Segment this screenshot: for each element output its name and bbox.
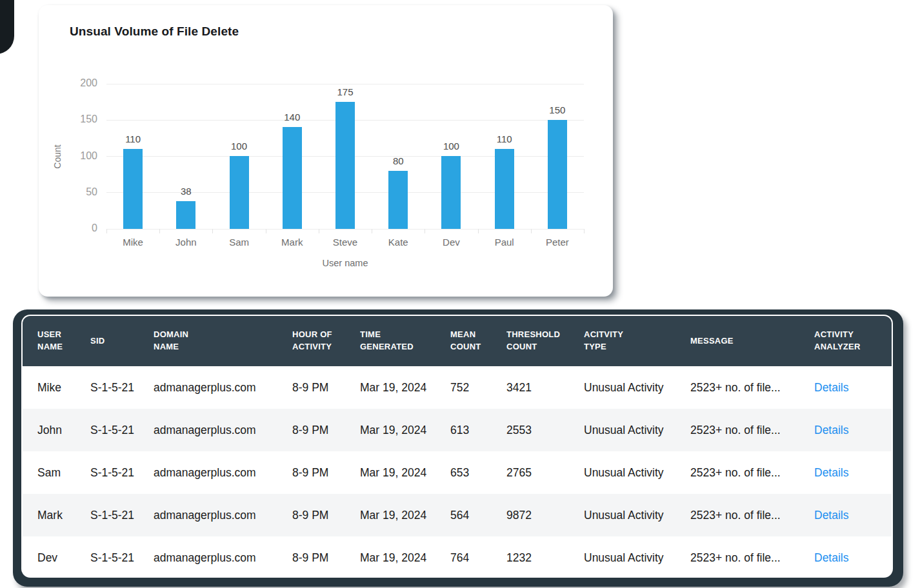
cell-time: Mar 19, 2024 [360,424,450,437]
y-tick-label: 0 [61,222,97,234]
y-tick-label: 150 [61,113,97,125]
cell-mean: 613 [450,424,506,437]
details-link[interactable]: Details [814,466,849,479]
column-header-threshold: THRESHOLD COUNT [506,329,584,353]
details-link[interactable]: Details [814,509,849,522]
x-axis-tick [159,229,160,233]
bar-john[interactable] [176,201,195,229]
cell-domain: admanagerplus.com [154,509,292,522]
cell-analyzer: Details [814,381,892,395]
y-tick-label: 100 [61,150,97,162]
cell-threshold: 3421 [506,381,584,395]
chart-title: Unsual Volume of File Delete [70,24,239,39]
cell-analyzer: Details [814,551,892,565]
cell-time: Mar 19, 2024 [360,466,450,480]
x-tick-label: Dev [425,237,477,248]
bar-kate[interactable] [388,171,408,229]
x-axis-tick [266,229,266,233]
x-axis-tick [584,229,585,233]
x-axis-tick [425,229,425,233]
cell-sid: S-1-5-21 [90,466,154,480]
cell-type: Unusual Activity [584,424,690,437]
details-link[interactable]: Details [814,551,849,564]
gridline [106,84,584,84]
bar-peter[interactable] [548,120,567,229]
cell-user: Sam [37,466,90,480]
column-header-user: USER NAME [37,329,90,353]
bar-dev[interactable] [441,156,461,229]
bar-value-label: 110 [478,133,531,144]
x-tick-label: Mike [106,237,159,248]
column-header-domain: DOMAIN NAME [154,329,292,353]
cell-time: Mar 19, 2024 [360,509,450,522]
x-tick-label: Steve [319,237,372,248]
cell-threshold: 2553 [506,424,584,437]
cell-domain: admanagerplus.com [154,424,292,437]
cell-analyzer: Details [814,466,892,480]
column-header-message: MESSAGE [690,335,814,348]
column-header-hour: HOUR OF ACTIVITY [292,329,360,353]
x-tick-label: Kate [372,237,425,248]
cell-domain: admanagerplus.com [154,551,292,565]
plot-area: 050100150200 Count User name 110Mike38Jo… [106,84,584,229]
cell-mean: 564 [450,509,506,522]
bar-value-label: 175 [319,86,372,97]
cell-sid: S-1-5-21 [90,381,154,395]
cell-message: 2523+ no. of file... [690,509,814,522]
x-axis-tick [319,229,319,233]
cell-analyzer: Details [814,424,892,437]
cell-domain: admanagerplus.com [154,381,292,395]
cell-message: 2523+ no. of file... [690,381,814,395]
bar-value-label: 80 [372,155,425,166]
x-axis-tick [478,229,479,233]
cell-hour: 8-9 PM [292,509,360,522]
bar-mark[interactable] [283,127,302,229]
bar-value-label: 150 [531,104,584,115]
y-tick-label: 200 [61,77,97,89]
bar-paul[interactable] [495,149,514,229]
x-tick-label: Paul [478,237,531,248]
details-link[interactable]: Details [814,381,849,394]
cell-user: Dev [37,551,90,565]
cell-threshold: 1232 [506,551,584,565]
cell-hour: 8-9 PM [292,551,360,565]
cell-user: Mike [37,381,90,395]
cell-sid: S-1-5-21 [90,509,154,522]
cell-message: 2523+ no. of file... [690,551,814,565]
x-axis-tick [531,229,532,233]
table-row: MikeS-1-5-21admanagerplus.com8-9 PMMar 1… [23,366,892,409]
cell-threshold: 9872 [506,509,584,522]
cell-sid: S-1-5-21 [90,424,154,437]
cell-type: Unusual Activity [584,466,690,480]
bar-value-label: 140 [266,112,319,122]
x-axis-title: User name [106,258,584,268]
table-row: DevS-1-5-21admanagerplus.com8-9 PMMar 19… [23,536,892,578]
x-axis-tick [106,229,107,233]
column-header-mean: MEAN COUNT [450,329,506,353]
table-row: MarkS-1-5-21admanagerplus.com8-9 PMMar 1… [23,494,892,536]
cell-type: Unusual Activity [584,509,690,522]
x-axis-tick [212,229,213,233]
bar-steve[interactable] [335,102,355,229]
bar-sam[interactable] [230,156,249,229]
bar-mike[interactable] [123,149,143,229]
cell-type: Unusual Activity [584,551,690,565]
y-tick-label: 50 [61,186,97,198]
details-link[interactable]: Details [814,424,849,436]
cell-mean: 752 [450,381,506,395]
bar-value-label: 100 [425,141,477,152]
page: Unsual Volume of File Delete 05010015020… [0,0,920,588]
cell-hour: 8-9 PM [292,466,360,480]
column-header-analyzer: ACTIVITY ANALYZER [814,329,892,353]
chart-card: Unsual Volume of File Delete 05010015020… [39,5,613,297]
cell-hour: 8-9 PM [292,381,360,395]
x-tick-label: Sam [212,237,265,248]
cell-mean: 764 [450,551,506,565]
x-axis-tick [372,229,372,233]
x-tick-label: Peter [531,237,584,248]
column-header-type: ACITVITY TYPE [584,329,690,353]
y-axis-title: Count [52,144,63,168]
cell-sid: S-1-5-21 [90,551,154,565]
cell-hour: 8-9 PM [292,424,360,437]
table-row: SamS-1-5-21admanagerplus.com8-9 PMMar 19… [23,451,892,494]
